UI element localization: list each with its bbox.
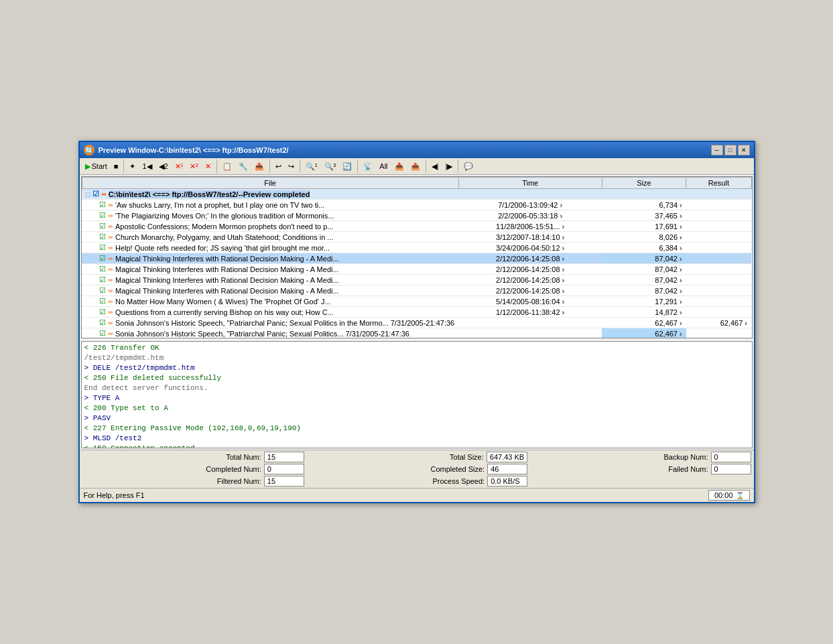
table-row[interactable]: ☑ ⇔ Magical Thinking Interferes with Rat… (82, 275, 751, 285)
file-time: 2/2/2006-05:33:18 › (458, 210, 602, 221)
root-folder-row[interactable]: □ ☑ ⇔ C:\bin\test2\ <==> ftp://BossW7/te… (82, 189, 751, 200)
refresh-button[interactable]: 🔄 (340, 161, 355, 172)
table-row[interactable]: ☑ ⇔ Church Monarchy, Polygamy, and Utah … (82, 232, 751, 243)
file-name-cell: ☑ ⇔ Sonia Johnson's Historic Speech, "Pa… (82, 318, 458, 328)
network-button[interactable]: 📡 (361, 161, 375, 172)
table-row[interactable]: ☑ ⇔ Magical Thinking Interferes with Rat… (82, 285, 751, 296)
file-name: Sonia Johnson's Historic Speech, "Patria… (115, 319, 454, 327)
find2-button[interactable]: 🔍² (322, 161, 339, 172)
root-folder-label: □ ☑ ⇔ C:\bin\test2\ <==> ftp://BossW7/te… (82, 189, 751, 200)
file-name: 'The Plagiarizing Moves On;' In the glor… (115, 212, 334, 220)
file-name: Questions from a currently serving Bisho… (115, 308, 334, 316)
file-name-cell: ☑ ⇔ Magical Thinking Interferes with Rat… (82, 253, 458, 264)
all-button[interactable]: All (377, 161, 390, 172)
next-page-button[interactable]: |▶ (442, 161, 455, 172)
upload-button[interactable]: 📤 (252, 161, 267, 172)
prev1-button[interactable]: 1◀ (139, 161, 154, 172)
tool-button[interactable]: 🔧 (236, 161, 251, 172)
file-table-container: File Time Size Result □ ☑ (81, 176, 753, 338)
file-time: 3/24/2006-04:50:12 › (458, 243, 602, 253)
table-row[interactable]: ☑ ⇔ No Matter How Many Women ( & Wives) … (82, 296, 751, 307)
transfer-icon: ⇔ (108, 287, 113, 294)
table-row[interactable]: ☑ ⇔ Sonia Johnson's Historic Speech, "Pa… (82, 318, 751, 328)
log-line: > PASV (84, 413, 749, 424)
redo-button[interactable]: ↪ (285, 161, 297, 172)
del1-button[interactable]: ✕¹ (172, 161, 186, 172)
settings-button[interactable]: ✦ (127, 161, 138, 172)
table-row[interactable]: ☑ ⇔ 'The Plagiarizing Moves On;' In the … (82, 210, 751, 221)
folder-arrow-icon: ⇔ (101, 191, 107, 198)
filtered-num-label: Filtered Num: (217, 477, 261, 485)
close-button[interactable]: ✕ (738, 145, 750, 155)
minimize-button[interactable]: ─ (711, 145, 723, 155)
check-icon: ☑ (99, 222, 106, 231)
col-file: File (82, 178, 458, 189)
table-row[interactable]: ☑ ⇔ Apostolic Confessions; Modern Mormon… (82, 221, 751, 232)
table-row[interactable]: ☑ ⇔ Magical Thinking Interferes with Rat… (82, 253, 751, 264)
total-num-label: Total Num: (226, 453, 261, 461)
table-row[interactable]: ☑ ⇔ 'Aw shucks Larry, I'm not a prophet,… (82, 200, 751, 210)
file-result (686, 221, 751, 232)
file-time: 2/12/2006-14:25:08 › (458, 264, 602, 275)
prev2-button[interactable]: ◀2 (156, 161, 171, 172)
total-size-label: Total Size: (450, 453, 484, 461)
content-area: File Time Size Result □ ☑ (80, 175, 754, 502)
file-result (686, 275, 751, 285)
find1-button[interactable]: 🔍¹ (303, 161, 320, 172)
col-result: Result (686, 178, 751, 189)
upload2-button[interactable]: 📤 (408, 161, 423, 172)
del2-button[interactable]: ✕² (187, 161, 201, 172)
log-area[interactable]: < 226 Transfer OK /test2/tmpmdmt.htm> DE… (81, 341, 753, 448)
table-row[interactable]: ☑ ⇔ Magical Thinking Interferes with Rat… (82, 264, 751, 275)
start-button[interactable]: ▶ Start (82, 161, 110, 172)
log-line: End detect server functions. (84, 383, 749, 393)
log-line: < 226 Transfer OK (84, 343, 749, 353)
completed-num-row: Completed Num: 0 (82, 464, 304, 474)
separator-4 (300, 159, 300, 173)
failed-num-row: Failed Num: 0 (529, 464, 751, 474)
check-icon: ☑ (99, 329, 106, 338)
failed-num-value: 0 (711, 464, 751, 474)
separator-7 (458, 159, 458, 173)
process-speed-label: Process Speed: (433, 477, 485, 485)
file-name: Help! Quote refs needed for; JS saying '… (115, 244, 330, 252)
download-button[interactable]: 📥 (392, 161, 407, 172)
time-box: 00:00 ⌛ (708, 490, 750, 501)
file-size: 8,026 › (602, 232, 686, 243)
log-line: < 150 Connection accepted (84, 444, 749, 448)
table-row[interactable]: ☑ ⇔ Questions from a currently serving B… (82, 307, 751, 318)
maximize-button[interactable]: □ (724, 145, 736, 155)
file-name-cell: ☑ ⇔ Questions from a currently serving B… (82, 307, 458, 318)
backup-num-value: 0 (711, 452, 751, 462)
title-bar-left: 🔄 Preview Window-C:\bin\test2\ <==> ftp:… (84, 145, 289, 155)
file-size: 6,384 › (602, 243, 686, 253)
table-row[interactable]: ☑ ⇔ Help! Quote refs needed for; JS sayi… (82, 243, 751, 253)
clipboard-button[interactable]: 📋 (220, 161, 235, 172)
log-line: < 227 Entering Passive Mode (192,168,0,6… (84, 424, 749, 434)
prev-page-button[interactable]: ◀| (429, 161, 442, 172)
file-name: 'Aw shucks Larry, I'm not a prophet, but… (115, 201, 324, 209)
file-name: Church Monarchy, Polygamy, and Utah Stat… (115, 233, 334, 241)
clear-button[interactable]: ✕ (202, 161, 214, 172)
file-time: 2/12/2006-14:25:08 › (458, 253, 602, 264)
file-scroll-area[interactable]: File Time Size Result □ ☑ (82, 177, 752, 338)
chat-button[interactable]: 💬 (461, 161, 476, 172)
filtered-num-row: Filtered Num: 15 (82, 476, 304, 487)
file-name: Sonia Johnson's Historic Speech, "Patria… (115, 330, 409, 338)
file-result (686, 296, 751, 307)
process-speed-value: 0.0 KB/S (487, 476, 527, 487)
stop-button[interactable]: ■ (111, 161, 121, 172)
check-icon: ☑ (99, 318, 106, 327)
undo-button[interactable]: ↩ (273, 161, 284, 172)
backup-num-row: Backup Num: 0 (529, 452, 751, 462)
file-size: 87,042 › (602, 253, 686, 264)
table-row[interactable]: ☑ ⇔ Sonia Johnson's Historic Speech, "Pa… (82, 328, 751, 338)
check-icon: ☑ (99, 211, 106, 220)
completed-size-row: Completed Size: 46 (306, 464, 527, 474)
separator-2 (216, 159, 217, 173)
file-result (686, 253, 751, 264)
main-window: 🔄 Preview Window-C:\bin\test2\ <==> ftp:… (78, 141, 755, 503)
file-result (686, 264, 751, 275)
file-time: 2/12/2006-14:25:08 › (458, 285, 602, 296)
app-icon: 🔄 (84, 145, 94, 155)
